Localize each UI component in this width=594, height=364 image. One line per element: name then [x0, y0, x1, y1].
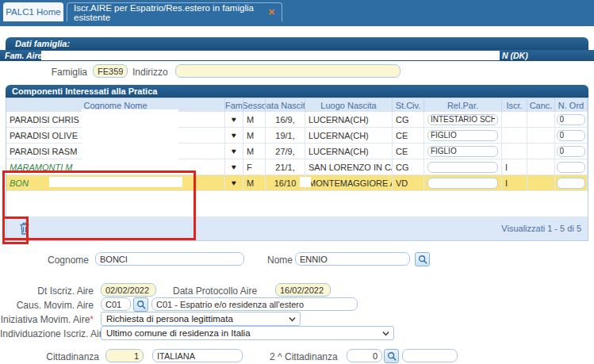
col-iscr: Iscr. [502, 98, 527, 112]
individuazione-select[interactable]: Ultimo comune di residenza in Italia [101, 326, 394, 340]
cell-iscr [502, 112, 527, 127]
nord-input[interactable] [557, 146, 586, 157]
col-stciv: St.Civ. [393, 98, 424, 112]
relpar-input[interactable] [427, 162, 498, 173]
pagination-status: Visualizzati 1 - 5 di 5 [501, 224, 581, 233]
cell-sesso: M [243, 175, 266, 190]
componenti-title: Componenti Interessati alla Pratica [12, 86, 157, 96]
relpar-input[interactable] [427, 146, 498, 157]
cell-canc [527, 112, 555, 127]
cell-nascita: 16/9, [266, 112, 305, 127]
heart-icon: ♥ [225, 128, 243, 143]
redaction-block [300, 177, 311, 187]
nord-input[interactable] [557, 114, 586, 125]
cell-sesso: M [243, 128, 266, 143]
redaction-block [82, 109, 178, 172]
cittadinanza2-desc-input[interactable] [402, 349, 458, 362]
indirizzo-input[interactable] [175, 64, 400, 78]
iniziativa-value: Richiesta di persona legittimata [106, 314, 233, 324]
iniziativa-select[interactable]: Richiesta di persona legittimata [101, 312, 301, 326]
cell-canc [527, 144, 555, 159]
tab-iscr-aire-label: Iscr.AIRE per Espatrio/Res.estero in fam… [74, 3, 260, 22]
individuazione-value: Ultimo comune di residenza in Italia [106, 328, 251, 338]
cell-sesso: M [243, 112, 266, 127]
caus-search-button[interactable] [133, 297, 148, 312]
cittadinanza-code-input[interactable] [105, 349, 144, 362]
col-relpar: Rel.Par. [424, 98, 502, 112]
relpar-input[interactable] [427, 130, 498, 141]
heart-icon: ♥ [225, 175, 243, 190]
dt-iscriz-label: Dt Iscriz. Aire [0, 285, 94, 297]
cittadinanza-desc-input[interactable] [152, 349, 243, 362]
protocollo-label: Data Protocollo Aire [173, 285, 257, 297]
cell-stciv: CE [393, 128, 424, 143]
redaction-block [41, 51, 500, 60]
col-canc: Canc. [527, 98, 555, 112]
cognome-input[interactable] [95, 252, 244, 266]
col-luogo-nascita: Luogo Nascita [305, 98, 393, 112]
col-fam: Fam [225, 98, 243, 112]
relpar-input[interactable] [427, 178, 498, 189]
cell-luogo: LUCERNA(CH) [305, 144, 393, 159]
cell-canc [527, 128, 555, 143]
cell-iscr [502, 144, 527, 159]
chevron-down-icon [382, 331, 389, 336]
cell-nascita: 21/1, [266, 159, 305, 174]
tab-palc1-home[interactable]: PALC1 Home [3, 2, 63, 21]
annotation-rectangle-row [2, 171, 196, 240]
cell-iscr: I [502, 175, 527, 190]
individuazione-label: Individuazione Iscriz. Aire* [0, 328, 94, 339]
dati-famiglia-title: Dati famiglia: [15, 39, 70, 48]
famiglia-input[interactable] [93, 64, 128, 78]
caus-movim-label: Caus. Movim. Aire [0, 300, 94, 311]
aire-application-window: PALC1 Home Iscr.AIRE per Espatrio/Res.es… [0, 0, 594, 364]
nome-label: Nome [267, 255, 293, 266]
cittadinanza2-code-input[interactable] [347, 349, 382, 362]
close-tab-icon[interactable]: ✕ [268, 7, 275, 17]
dt-iscriz-input[interactable] [101, 283, 156, 297]
col-sesso: Sesso [243, 98, 266, 112]
caus-code-input[interactable] [101, 297, 131, 311]
cell-luogo: LUCERNA(CH) [305, 128, 393, 143]
cell-luogo: LUCERNA(CH) [305, 112, 393, 127]
cell-luogo: MONTEMAGGIORE A [305, 175, 393, 190]
search-icon [418, 255, 427, 264]
person-search-button[interactable] [415, 252, 430, 266]
nord-input[interactable] [557, 162, 586, 173]
cittadinanza-label: Cittadinanza [0, 351, 99, 362]
search-icon [136, 300, 146, 309]
cell-stciv: CE [393, 144, 424, 159]
cell-iscr: I [502, 159, 527, 174]
cell-nascita: 27/9, [266, 144, 305, 159]
dati-famiglia-header: Dati famiglia: [6, 37, 588, 50]
famiglia-label: Famiglia [0, 67, 87, 78]
tab-iscr-aire[interactable]: Iscr.AIRE per Espatrio/Res.estero in fam… [67, 2, 282, 21]
cell-nascita: 19/1, [266, 128, 305, 143]
cell-sesso: M [243, 144, 266, 159]
cell-stciv: VD [393, 175, 424, 190]
heart-icon: ♥ [225, 144, 243, 159]
nome-input[interactable] [295, 252, 410, 266]
caus-desc-input[interactable] [151, 297, 358, 311]
cognome-label: Cognome [0, 255, 89, 266]
relpar-input[interactable] [427, 114, 498, 125]
tab-bar: PALC1 Home Iscr.AIRE per Espatrio/Res.es… [0, 0, 594, 26]
cell-sesso: F [243, 159, 266, 174]
heart-icon: ♥ [225, 159, 243, 174]
col-nord: N. Ord [555, 98, 588, 112]
cittadinanza2-search-button[interactable] [384, 349, 399, 363]
cell-canc [527, 175, 555, 190]
heart-icon: ♥ [225, 112, 243, 127]
cell-iscr [502, 128, 527, 143]
annotation-rectangle-trash [2, 216, 29, 244]
nord-input[interactable] [557, 130, 586, 141]
componenti-header: Componenti Interessati alla Pratica [6, 85, 588, 98]
indirizzo-label: Indirizzo [132, 67, 168, 78]
iniziativa-label: Iniziativa Movim. Aire* [0, 314, 94, 325]
cell-stciv: CG [393, 159, 424, 174]
nord-input[interactable] [557, 178, 586, 189]
protocollo-input[interactable] [275, 283, 331, 297]
tab-palc1-home-label: PALC1 Home [6, 7, 60, 17]
col-data-nascita: Data Nascita [266, 98, 305, 112]
cittadinanza2-label: 2 ^ Cittadinanza [270, 351, 338, 362]
